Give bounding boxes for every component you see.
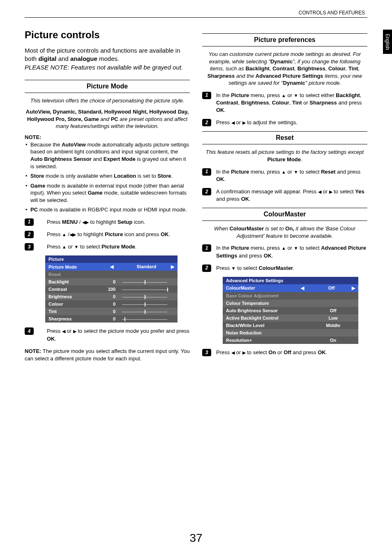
t: OK [47,336,55,342]
step-text: In the Picture menu, press ▲ or ▼ to sel… [216,92,367,114]
menu-row: Base Colour Adjustment [223,292,358,299]
left-column: Picture controls Most of the picture con… [25,29,190,362]
t: icon and press [123,231,161,237]
step-num-icon: 1 [202,92,211,99]
step-num-icon: 1 [202,244,211,252]
t: Contrast [216,100,238,106]
up-icon: ▲ [281,169,286,174]
note-label: NOTE: [25,134,190,140]
cm-desc: When ColourMaster is set to On, it allow… [202,225,367,239]
t: . [249,196,251,202]
step-num-icon: 4 [25,327,34,335]
menu-row: Tint0 [45,308,178,315]
step-text: Press ▼ to select ColourMaster. [216,265,367,272]
t: or [286,245,294,251]
t: AutoView [62,142,86,148]
t: Dynamic [283,80,305,86]
t: to select [332,188,355,195]
t: or [67,244,74,250]
step-num-icon: 1 [25,218,34,226]
t: mode is available in RGB/PC input mode o… [38,207,187,213]
down-icon: ▼ [74,244,79,249]
t: . [293,265,295,271]
t: When [214,225,230,232]
t: Sharpness [208,73,235,79]
t: or [65,328,73,334]
t: to highlight [89,219,118,225]
t: or [235,119,242,125]
t: , [289,100,292,106]
t: Store [157,173,171,179]
page-number: 37 [189,531,202,545]
t: Picture [231,169,249,175]
step-text: In the Picture menu, press ▲ or ▼ to sel… [216,168,367,183]
step-text: Press MENU / ◀▶ to highlight Setup icon. [39,218,190,226]
language-tab: English [383,30,392,54]
t: menu, press [249,245,281,251]
t: . [301,156,302,162]
t: is set to [136,173,157,179]
menu-row: Noise Reduction [223,329,358,337]
left-icon: ◀ [318,189,321,194]
left-right-icon: ◀▶ [82,220,89,225]
t: Yes [355,188,364,195]
step-text: In the Picture menu, press ▲ or ▼ to sel… [216,244,367,259]
modes-pc: PC [111,116,118,122]
header-rule [25,17,367,18]
t: PC [30,207,38,213]
t: . [171,173,173,179]
intro-digital: digital [38,55,56,62]
t: Contrast [272,65,294,72]
menu-row: Colour Temperature [223,299,358,307]
menu-row: Black/White LevelMiddle [223,322,358,329]
t: menu, press [249,169,281,175]
t: Picture Mode [101,244,135,250]
t: , [346,65,348,72]
menu-row: Contrast100 [45,285,178,293]
intro-note: PLEASE NOTE: Features not available will… [25,64,183,71]
step-text: Press ◀ or ▶ to select On or Off and pre… [216,349,367,356]
step-num-icon: 2 [202,265,211,272]
up-icon: ▲ [62,244,67,249]
t: and press [337,100,362,106]
t: In the [216,92,231,98]
right-column: Picture preferences You can customize cu… [202,29,367,362]
cm-step-3: 3 Press ◀ or ▶ to select On or Off and p… [202,349,367,356]
right-icon: ▶ [242,120,246,125]
t: MENU [62,219,78,225]
t: Off [284,349,291,355]
step-num-icon: 3 [202,349,211,356]
t: Press [47,328,62,334]
t: OK [216,176,224,182]
intro-and: and [57,55,70,62]
t: or [276,349,284,355]
picture-mode-desc: This television offers the choice of per… [25,97,190,104]
t: In the [216,169,231,175]
t: and press [216,196,241,202]
t: to select the picture mode you prefer an… [76,328,189,334]
t: to select [298,169,321,175]
t: menu, press [249,92,281,98]
t: and the [235,73,256,79]
picture-mode-modes: AutoView, Dynamic, Standard, Hollywood N… [25,108,190,130]
t: , [358,65,360,72]
t: . [224,107,226,113]
t: Game [30,183,45,189]
t: Tint [292,100,302,106]
t: and press [237,253,263,259]
t: and [92,156,104,162]
t: Press [47,244,62,250]
picture-mode-title: Picture Mode [25,80,190,93]
bottom-note: NOTE: The picture mode you select affect… [25,348,190,362]
menu-row: Picture Mode◀Standard ▶ [45,263,178,271]
t: Advanced Picture Settings [256,73,323,79]
t: to select either [298,92,336,98]
t: or [321,188,329,195]
note-text: The picture mode you select affects the … [25,348,190,362]
t: Auto Brightness Sensor [30,156,92,162]
pp-step-1: 1 In the Picture menu, press ▲ or ▼ to s… [202,92,367,114]
note-item: Store mode is only available when Locati… [30,172,190,180]
t: Reset [321,169,335,175]
step-num-icon: 2 [202,188,211,195]
t: , [360,92,362,98]
